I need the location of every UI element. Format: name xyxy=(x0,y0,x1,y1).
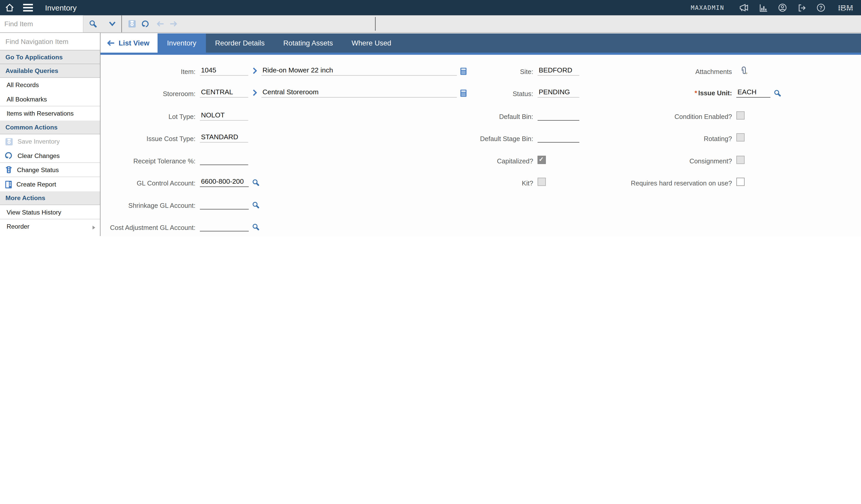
sidebar-item-reorder[interactable]: Reorder xyxy=(0,219,100,234)
field-site: Site: BEDFORD xyxy=(452,64,579,76)
item-description-input[interactable]: Ride-on Mower 22 inch xyxy=(261,66,457,75)
save-record-button[interactable] xyxy=(125,15,139,32)
default-bin-input[interactable] xyxy=(538,111,579,121)
default-stage-bin-input[interactable] xyxy=(538,133,579,143)
select-value-icon[interactable] xyxy=(774,89,781,97)
find-navigation-input[interactable] xyxy=(0,33,100,50)
user-icon xyxy=(778,3,787,12)
field-condition-enabled: Condition Enabled? xyxy=(622,109,744,121)
status-input[interactable]: PENDING xyxy=(538,88,579,98)
issue-unit-input[interactable]: EACH xyxy=(736,88,770,98)
field-gl-control-account: GL Control Account: 6600-800-200 xyxy=(106,175,260,187)
field-consignment: Consignment? xyxy=(622,153,744,165)
next-record-button[interactable] xyxy=(167,15,180,32)
field-storeroom: Storeroom: CENTRAL Central Storeroom xyxy=(106,86,467,98)
clear-changes-button[interactable] xyxy=(139,15,153,32)
ibm-logo: IBM xyxy=(836,4,856,12)
field-rotating: Rotating? xyxy=(622,130,744,143)
hamburger-icon xyxy=(23,4,33,12)
divider xyxy=(375,17,375,31)
save-icon xyxy=(5,137,13,146)
arrow-left-icon xyxy=(156,20,164,27)
tab-inventory[interactable]: Inventory xyxy=(158,33,206,53)
paperclip-icon[interactable] xyxy=(740,66,748,75)
go-to-item-icon[interactable] xyxy=(252,68,257,74)
sidebar-item-add-modify-reservations[interactable]: Add/Modify Reservations xyxy=(0,234,100,236)
sidebar-item-all-records[interactable]: All Records xyxy=(0,78,100,92)
field-receipt-tolerance: Receipt Tolerance %: xyxy=(106,153,248,165)
kit-checkbox[interactable] xyxy=(538,178,546,186)
select-value-icon[interactable] xyxy=(252,223,260,231)
storeroom-input[interactable]: CENTRAL xyxy=(200,88,248,98)
required-marker xyxy=(695,88,698,98)
divider xyxy=(121,15,122,32)
sign-out-button[interactable] xyxy=(797,4,806,12)
report-icon xyxy=(5,180,12,188)
lot-type-input[interactable]: NOLOT xyxy=(200,111,248,121)
search-icon xyxy=(89,20,97,28)
sidebar-item-create-report[interactable]: Create Report xyxy=(0,177,100,192)
tab-bar: List View Inventory Reorder Details Rota… xyxy=(100,33,861,53)
consignment-checkbox[interactable] xyxy=(736,156,744,164)
sidebar-section-more-actions[interactable]: More Actions xyxy=(0,191,100,205)
app-header: Inventory MAXADMIN ? IBM xyxy=(0,0,861,15)
back-to-list-view[interactable]: List View xyxy=(100,33,158,53)
receipt-tolerance-input[interactable] xyxy=(200,155,248,165)
maximo-inventory-app: Inventory MAXADMIN ? IBM xyxy=(0,0,861,236)
reports-button[interactable] xyxy=(760,4,768,12)
go-to-storeroom-icon[interactable] xyxy=(252,89,257,96)
capitalized-checkbox[interactable] xyxy=(538,156,546,164)
tab-rotating-assets[interactable]: Rotating Assets xyxy=(274,33,342,53)
profile-button[interactable] xyxy=(778,3,787,12)
advanced-search-dropdown[interactable] xyxy=(103,15,122,32)
arrow-left-icon xyxy=(106,40,114,47)
sign-out-icon xyxy=(797,4,806,12)
gl-control-account-input[interactable]: 6600-800-200 xyxy=(200,177,249,187)
sidebar-section-available-queries[interactable]: Available Queries xyxy=(0,64,100,78)
site-input[interactable]: BEDFORD xyxy=(538,66,579,75)
item-input[interactable]: 1045 xyxy=(200,66,248,75)
field-item: Item: 1045 Ride-on Mower 22 inch xyxy=(106,64,467,76)
list-view-label: List View xyxy=(119,39,149,47)
rotating-checkbox[interactable] xyxy=(736,133,744,142)
storeroom-description-input[interactable]: Central Storeroom xyxy=(261,88,457,98)
help-button[interactable]: ? xyxy=(817,3,825,12)
previous-record-button[interactable] xyxy=(153,15,167,32)
field-shrinkage-gl-account: Shrinkage GL Account: xyxy=(106,198,260,210)
cost-adjustment-gl-account-input[interactable] xyxy=(200,222,249,232)
submenu-arrow-icon xyxy=(92,224,96,231)
shrinkage-gl-account-input[interactable] xyxy=(200,200,249,209)
inventory-form: Item: 1045 Ride-on Mower 22 inch Storero… xyxy=(100,55,861,236)
undo-icon xyxy=(5,151,13,159)
sidebar-item-items-with-reservations[interactable]: Items with Reservations xyxy=(0,106,100,121)
field-kit: Kit? xyxy=(452,175,546,187)
field-default-bin: Default Bin: xyxy=(452,109,579,121)
home-button[interactable] xyxy=(0,0,19,15)
app-title: Inventory xyxy=(45,3,77,12)
sidebar-section-common-actions[interactable]: Common Actions xyxy=(0,120,100,135)
sidebar-item-all-bookmarks[interactable]: All Bookmarks xyxy=(0,92,100,107)
sidebar-item-clear-changes[interactable]: Clear Changes xyxy=(0,149,100,163)
find-item-input[interactable] xyxy=(0,15,83,32)
menu-button[interactable] xyxy=(19,0,38,15)
tab-where-used[interactable]: Where Used xyxy=(342,33,401,53)
sidebar-item-change-status[interactable]: Change Status xyxy=(0,163,100,177)
announcements-button[interactable] xyxy=(739,4,749,12)
search-button[interactable] xyxy=(83,15,103,32)
field-status: Status: PENDING xyxy=(452,86,579,98)
sidebar-section-go-to[interactable]: Go To Applications xyxy=(0,50,100,64)
tab-reorder-details[interactable]: Reorder Details xyxy=(206,33,274,53)
traffic-light-icon xyxy=(5,166,13,174)
sidebar-item-view-status-history[interactable]: View Status History xyxy=(0,205,100,219)
field-issue-cost-type: Issue Cost Type: STANDARD xyxy=(106,130,248,143)
field-lot-type: Lot Type: NOLOT xyxy=(106,109,248,121)
svg-text:?: ? xyxy=(819,5,822,11)
select-value-icon[interactable] xyxy=(252,201,260,209)
issue-cost-type-input[interactable]: STANDARD xyxy=(200,133,248,143)
save-icon xyxy=(128,20,136,28)
megaphone-icon xyxy=(739,4,749,12)
requires-hard-reservation-checkbox[interactable] xyxy=(736,178,744,186)
select-value-icon[interactable] xyxy=(252,179,260,186)
condition-enabled-checkbox[interactable] xyxy=(736,111,744,120)
field-requires-hard-reservation: Requires hard reservation on use? xyxy=(622,175,744,187)
